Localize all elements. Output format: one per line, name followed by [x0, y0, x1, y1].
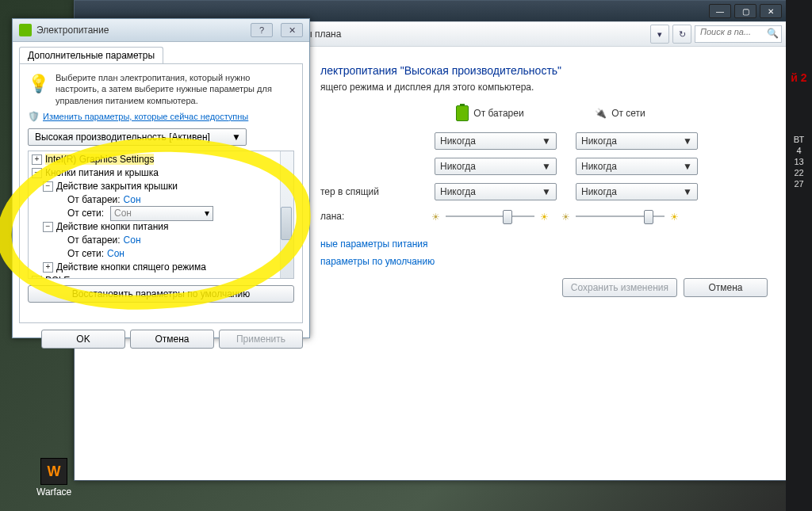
overlay-stat: 27 [794, 179, 803, 189]
tree-leaf-power-battery[interactable]: От батареи: Сон [32, 234, 293, 247]
lid-ac-dropdown[interactable]: Сон ▾ [110, 206, 213, 221]
app-icon: W [40, 458, 67, 485]
tree-leaf-lid-ac[interactable]: От сети: Сон ▾ [32, 207, 293, 220]
dialog-close-button[interactable]: ✕ [281, 23, 303, 37]
expand-icon[interactable]: + [32, 276, 42, 279]
settings-tree: + Intel(R) Graphics Settings − Кнопки пи… [28, 151, 294, 279]
sun-dim-icon: ☀ [561, 212, 570, 223]
overlay-tag: й 2 [791, 71, 806, 84]
expand-icon[interactable]: + [43, 262, 53, 273]
sun-dim-icon: ☀ [431, 212, 440, 223]
dropdown-value: Никогда [440, 135, 476, 147]
dropdown-value: Никогда [581, 161, 617, 172]
plug-icon: 🔌 [595, 108, 607, 119]
tree-label: Действие кнопки спящего режима [56, 261, 206, 273]
expand-icon[interactable]: + [32, 154, 42, 165]
restore-defaults-button[interactable]: Восстановить параметры по умолчанию [28, 285, 294, 303]
dropdown-value: Никогда [581, 135, 617, 147]
tree-label: Intel(R) Graphics Settings [45, 154, 154, 165]
tree-label: Действие закрытия крышки [56, 181, 178, 192]
tree-label: От сети: [67, 248, 104, 259]
tab-advanced[interactable]: Дополнительные параметры [19, 47, 163, 63]
chevron-down-icon: ▾ [205, 208, 209, 219]
dialog-titlebar: Электропитание ? ✕ [13, 19, 309, 42]
row3-battery-dropdown[interactable]: Никогда ▼ [435, 183, 557, 200]
tree-node-power-button[interactable]: − Действие кнопки питания [32, 220, 293, 234]
shield-icon: 🛡️ [28, 111, 40, 122]
chevron-down-icon: ▼ [683, 186, 692, 197]
cancel-button[interactable]: Отмена [684, 278, 768, 297]
search-input[interactable] [699, 26, 765, 37]
chevron-down-icon: ▼ [542, 186, 551, 197]
power-icon [19, 24, 32, 36]
tree-label: От батареи: [67, 194, 121, 205]
tree-node-pci-express[interactable]: + PCI Express [32, 274, 293, 279]
battery-icon [456, 105, 469, 121]
col-battery-label: От батареи [473, 108, 523, 119]
sun-bright-icon: ☀ [670, 212, 679, 223]
search-box[interactable]: 🔍 [695, 25, 782, 43]
tree-node-sleep-button[interactable]: + Действие кнопки спящего режима [32, 261, 293, 274]
desktop-icon-warface[interactable]: W Warface [36, 458, 71, 498]
tree-node-lid-close[interactable]: − Действие закрытия крышки [32, 180, 293, 193]
maximize-button[interactable]: ▢ [734, 4, 756, 18]
unavailable-settings-link[interactable]: Изменить параметры, которые сейчас недос… [43, 112, 248, 121]
page-subtitle: ящего режима и дисплея для этого компьют… [320, 82, 768, 93]
close-button[interactable]: ✕ [760, 4, 782, 18]
intro-text: Выберите план электропитания, который ну… [56, 72, 294, 106]
chevron-down-icon: ▼ [683, 161, 692, 172]
search-icon: 🔍 [767, 28, 779, 39]
game-overlay-strip: й 2 ВТ 4 13 22 27 [786, 0, 812, 511]
tree-value[interactable]: Сон [124, 194, 141, 205]
col-ac-label: От сети [611, 108, 645, 119]
dropdown-value: Никогда [440, 186, 476, 197]
tree-label: Действие кнопки питания [56, 221, 169, 232]
chevron-down-icon: ▼ [542, 161, 551, 172]
row1-battery-dropdown[interactable]: Никогда ▼ [435, 132, 557, 150]
row1-ac-dropdown[interactable]: Никогда ▼ [576, 132, 698, 150]
plan-dropdown[interactable]: Высокая производительность [Активен] ▼ [28, 128, 247, 146]
ok-button[interactable]: OK [41, 330, 125, 349]
chevron-down-icon: ▼ [542, 135, 551, 147]
help-button[interactable]: ? [251, 23, 273, 37]
desktop-icon-label: Warface [36, 486, 71, 498]
dialog-title: Электропитание [36, 25, 243, 36]
restore-defaults-link[interactable]: параметры по умолчанию [320, 256, 768, 267]
dropdown-value: Сон [114, 208, 132, 219]
minimize-button[interactable]: — [709, 4, 731, 18]
overlay-stat: 4 [796, 146, 801, 155]
row3-label: тер в спящий [320, 186, 416, 197]
tab-page: 💡 Выберите план электропитания, который … [19, 63, 303, 323]
dialog-cancel-button[interactable]: Отмена [130, 330, 214, 349]
overlay-stat: ВТ [794, 135, 804, 144]
tree-value[interactable]: Сон [107, 248, 124, 259]
power-options-dialog: Электропитание ? ✕ Дополнительные параме… [12, 18, 310, 338]
collapse-icon[interactable]: − [43, 222, 53, 232]
sun-bright-icon: ☀ [540, 212, 549, 223]
collapse-icon[interactable]: − [32, 168, 42, 178]
overlay-stat: 22 [794, 168, 803, 177]
row2-battery-dropdown[interactable]: Никогда ▼ [435, 158, 557, 175]
lightbulb-icon: 💡 [28, 72, 49, 96]
brightness-battery-slider[interactable]: ☀ ☀ [435, 208, 546, 224]
tree-node-power-buttons-lid[interactable]: − Кнопки питания и крышка [32, 166, 293, 180]
tree-label: От батареи: [67, 235, 121, 246]
advanced-settings-link[interactable]: ные параметры питания [320, 238, 768, 250]
tree-value[interactable]: Сон [124, 235, 141, 246]
brightness-ac-slider[interactable]: ☀ ☀ [565, 208, 676, 224]
addressbar-dropdown-button[interactable]: ▾ [650, 25, 669, 44]
row2-ac-dropdown[interactable]: Никогда ▼ [576, 158, 698, 175]
collapse-icon[interactable]: − [43, 181, 53, 192]
tree-label: Кнопки питания и крышка [45, 167, 159, 178]
page-title: лектропитания "Высокая производительност… [320, 64, 768, 77]
tree-leaf-lid-battery[interactable]: От батареи: Сон [32, 193, 293, 207]
tree-node-intel-graphics[interactable]: + Intel(R) Graphics Settings [32, 153, 293, 166]
tree-leaf-power-ac[interactable]: От сети: Сон [32, 247, 293, 261]
scrollbar-thumb[interactable] [281, 207, 292, 240]
refresh-button[interactable]: ↻ [672, 25, 691, 44]
apply-button[interactable]: Применить [219, 330, 303, 349]
save-button[interactable]: Сохранить изменения [562, 278, 677, 297]
row3-ac-dropdown[interactable]: Никогда ▼ [576, 183, 698, 200]
tree-scrollbar[interactable] [280, 151, 293, 278]
tree-label: PCI Express [45, 275, 98, 279]
